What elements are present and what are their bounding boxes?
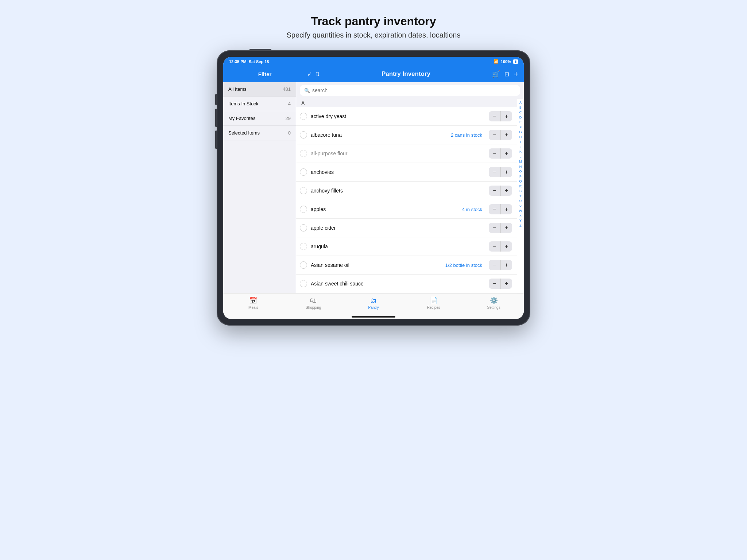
tab-shopping[interactable]: 🛍 Shopping (299, 297, 328, 310)
alpha-x[interactable]: X (519, 214, 522, 219)
alpha-c[interactable]: C (519, 110, 522, 115)
alpha-k[interactable]: K (519, 149, 522, 155)
increment-button[interactable]: + (500, 223, 512, 233)
add-button[interactable]: + (514, 69, 519, 79)
search-input-wrap: 🔍 (300, 85, 520, 96)
cart-icon[interactable]: 🛒 (492, 70, 500, 78)
alpha-u[interactable]: U (519, 199, 522, 204)
alpha-s[interactable]: S (519, 189, 522, 194)
alpha-v[interactable]: V (519, 204, 522, 209)
sort-icon[interactable]: ⇅ (316, 71, 320, 77)
alpha-b[interactable]: B (519, 105, 522, 110)
item-checkbox[interactable] (300, 131, 307, 139)
item-checkbox[interactable] (300, 243, 307, 250)
alpha-d[interactable]: D (519, 115, 522, 120)
nav-bar: Filter ✓ ⇅ Pantry Inventory 🛒 ⊡ + (223, 66, 524, 82)
tab-label: Shopping (306, 306, 321, 310)
item-checkbox[interactable] (300, 113, 307, 120)
item-checkbox[interactable] (300, 261, 307, 269)
alpha-e[interactable]: E (519, 120, 522, 125)
increment-button[interactable]: + (500, 279, 512, 289)
sidebar-item-all-items[interactable]: All Items481 (223, 82, 296, 97)
promo-subtitle: Specify quantities in stock, expiration … (287, 31, 461, 39)
battery-indicator: 100% (501, 59, 511, 64)
wifi-icon: 📶 (494, 59, 499, 64)
scan-icon[interactable]: ⊡ (504, 71, 509, 78)
sidebar-item-selected-items[interactable]: Selected Items0 (223, 126, 296, 140)
item-row: arugula − + (296, 237, 517, 256)
alpha-g[interactable]: G (519, 130, 522, 135)
promo-title: Track pantry inventory (287, 15, 461, 28)
item-controls: − + (489, 223, 512, 233)
decrement-button[interactable]: − (489, 241, 500, 252)
item-checkbox[interactable] (300, 280, 307, 287)
item-checkbox[interactable] (300, 187, 307, 194)
item-name: Asian sesame oil (311, 262, 442, 268)
item-controls: − + (489, 279, 512, 289)
tab-pantry[interactable]: 🗂 Pantry (359, 297, 388, 310)
alpha-o[interactable]: O (519, 169, 522, 174)
item-checkbox[interactable] (300, 206, 307, 213)
increment-button[interactable]: + (500, 204, 512, 214)
alphabet-index: ABCDEFGHIJKLMNOPQRSTUVWXYZ (517, 99, 524, 293)
sidebar-item-count: 4 (288, 101, 291, 106)
alpha-h[interactable]: H (519, 135, 522, 140)
alpha-j[interactable]: J (520, 145, 522, 150)
decrement-button[interactable]: − (489, 223, 500, 233)
alpha-a[interactable]: A (519, 100, 522, 105)
tab-bar: 📅 Meals 🛍 Shopping 🗂 Pantry 📄 Recipes ⚙️… (223, 293, 524, 314)
sidebar-item-count: 481 (283, 86, 291, 92)
battery-icon: ▮ (513, 59, 518, 64)
increment-button[interactable]: + (500, 148, 512, 159)
alpha-i[interactable]: I (520, 140, 521, 145)
item-controls: − + (489, 148, 512, 159)
increment-button[interactable]: + (500, 186, 512, 196)
check-icon[interactable]: ✓ (307, 71, 312, 78)
alpha-r[interactable]: R (519, 184, 522, 189)
item-checkbox[interactable] (300, 168, 307, 176)
decrement-button[interactable]: − (489, 279, 500, 289)
tab-recipes[interactable]: 📄 Recipes (419, 296, 448, 310)
alpha-l[interactable]: L (519, 155, 521, 160)
decrement-button[interactable]: − (489, 130, 500, 140)
sidebar-item-items-in-stock[interactable]: Items In Stock4 (223, 97, 296, 111)
left-button-1 (215, 94, 217, 105)
increment-button[interactable]: + (500, 130, 512, 140)
item-controls: − + (489, 260, 512, 270)
increment-button[interactable]: + (500, 111, 512, 121)
item-row: apple cider − + (296, 219, 517, 237)
alpha-p[interactable]: P (519, 174, 522, 179)
sidebar-item-my-favorites[interactable]: My Favorites29 (223, 111, 296, 126)
alpha-n[interactable]: N (519, 164, 522, 170)
decrement-button[interactable]: − (489, 260, 500, 270)
content-area: 🔍 A active dry yeast − + albacore tuna 2… (296, 82, 524, 293)
tab-label: Settings (487, 306, 500, 310)
status-right: 📶 100% ▮ (494, 59, 518, 64)
increment-button[interactable]: + (500, 260, 512, 270)
decrement-button[interactable]: − (489, 148, 500, 159)
alpha-w[interactable]: W (519, 209, 522, 214)
alpha-f[interactable]: F (519, 125, 522, 130)
decrement-button[interactable]: − (489, 111, 500, 121)
alpha-q[interactable]: Q (519, 179, 522, 184)
tab-settings[interactable]: ⚙️ Settings (479, 296, 508, 310)
search-bar: 🔍 (296, 82, 524, 99)
item-checkbox[interactable] (300, 150, 307, 157)
decrement-button[interactable]: − (489, 167, 500, 177)
sidebar-item-count: 29 (286, 116, 291, 121)
decrement-button[interactable]: − (489, 204, 500, 214)
increment-button[interactable]: + (500, 167, 512, 177)
alpha-m[interactable]: M (519, 159, 522, 164)
decrement-button[interactable]: − (489, 186, 500, 196)
tab-meals[interactable]: 📅 Meals (239, 296, 268, 310)
item-checkbox[interactable] (300, 224, 307, 232)
alpha-z[interactable]: Z (519, 223, 522, 229)
increment-button[interactable]: + (500, 241, 512, 252)
alpha-t[interactable]: T (519, 194, 522, 199)
search-icon: 🔍 (304, 88, 310, 93)
search-input[interactable] (312, 88, 516, 93)
item-row: apples 4 in stock − + (296, 200, 517, 219)
tab-icon: 🛍 (310, 297, 317, 304)
alpha-y[interactable]: Y (519, 218, 522, 223)
sidebar-item-label: All Items (228, 86, 247, 92)
